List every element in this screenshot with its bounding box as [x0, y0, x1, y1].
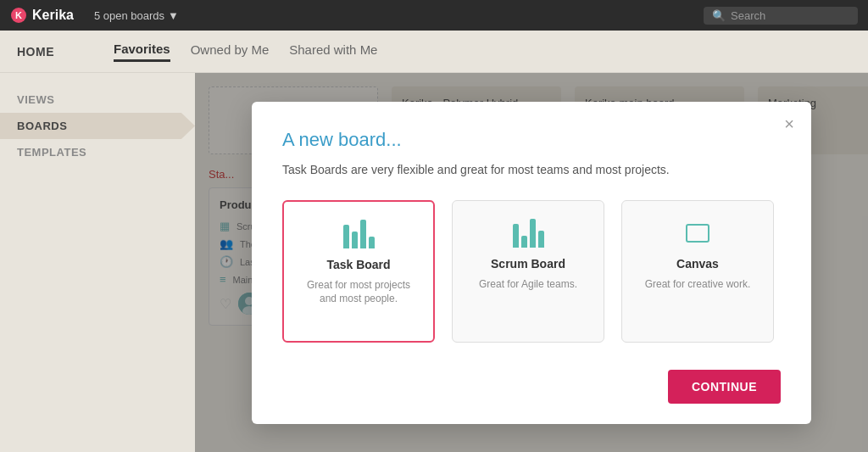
sidebar-item-boards[interactable]: BOARDS	[0, 113, 195, 139]
home-label: HOME	[17, 45, 54, 59]
board-type-canvas[interactable]: Canvas Great for creative work.	[621, 200, 774, 343]
board-type-task[interactable]: Task Board Great for most projects and m…	[282, 200, 435, 343]
tab-favorites[interactable]: Favorites	[114, 42, 170, 62]
search-icon: 🔍	[712, 9, 726, 22]
continue-button[interactable]: CONTINUE	[668, 370, 781, 404]
board-area: Kerika - Polymer Hybrid Elements Kerika …	[195, 73, 868, 452]
boards-count[interactable]: 5 open boards ▼	[94, 9, 179, 22]
kerika-logo-icon: K	[10, 7, 27, 24]
logo-area: K Kerika	[10, 7, 74, 24]
board-type-row: Task Board Great for most projects and m…	[282, 200, 781, 343]
sub-nav: HOME Favorites Owned by Me Shared with M…	[0, 31, 868, 73]
scrum-board-desc: Great for Agile teams.	[479, 277, 577, 292]
sidebar-item-views[interactable]: VIEWS	[0, 86, 195, 113]
top-nav: K Kerika 5 open boards ▼ 🔍	[0, 0, 868, 31]
app-name: Kerika	[32, 8, 74, 23]
task-board-name: Task Board	[326, 258, 390, 271]
svg-text:K: K	[15, 10, 22, 20]
modal-close-button[interactable]: ×	[784, 115, 794, 132]
task-board-desc: Great for most projects and most people.	[298, 278, 420, 307]
scrum-board-name: Scrum Board	[491, 257, 565, 271]
tab-group: Favorites Owned by Me Shared with Me	[114, 42, 377, 62]
canvas-board-icon	[686, 218, 709, 248]
chevron-down-icon: ▼	[168, 9, 179, 22]
sidebar-item-templates[interactable]: TEMPLATES	[0, 139, 195, 165]
tab-shared[interactable]: Shared with Me	[289, 42, 377, 60]
canvas-board-desc: Great for creative work.	[645, 277, 751, 292]
canvas-board-name: Canvas	[676, 257, 719, 271]
search-area[interactable]: 🔍	[704, 7, 858, 25]
modal-description: Task Boards are very flexible and great …	[282, 163, 781, 176]
task-board-icon	[343, 219, 375, 249]
modal-overlay: × A new board... Task Boards are very fl…	[195, 73, 868, 452]
tab-owned[interactable]: Owned by Me	[191, 42, 270, 60]
scrum-board-icon	[513, 218, 544, 248]
new-board-modal: × A new board... Task Boards are very fl…	[252, 102, 811, 424]
main-area: VIEWS BOARDS TEMPLATES Kerika - Polymer …	[0, 73, 868, 452]
search-input[interactable]	[731, 9, 849, 22]
modal-title: A new board...	[282, 129, 781, 151]
sidebar: VIEWS BOARDS TEMPLATES	[0, 73, 195, 452]
board-type-scrum[interactable]: Scrum Board Great for Agile teams.	[452, 200, 604, 343]
modal-footer: CONTINUE	[282, 370, 781, 404]
